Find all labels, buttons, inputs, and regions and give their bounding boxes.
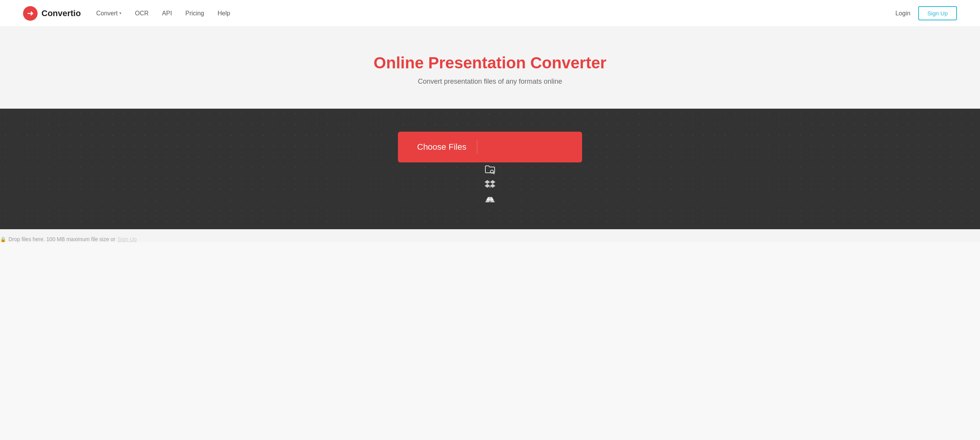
- drop-info-text: Drop files here. 100 MB maximum file siz…: [8, 236, 115, 242]
- drop-signup-link[interactable]: Sign Up: [118, 236, 137, 242]
- logo-text: Convertio: [41, 8, 81, 18]
- hero-subtitle: Convert presentation files of any format…: [0, 78, 980, 86]
- google-drive-button[interactable]: [483, 192, 497, 206]
- upload-icons: [477, 140, 477, 154]
- signup-button[interactable]: Sign Up: [918, 6, 957, 20]
- browse-files-button[interactable]: [483, 162, 497, 177]
- hero-section: Online Presentation Converter Convert pr…: [0, 27, 980, 242]
- header: Convertio Convert ▾ OCR API Pricing Help…: [0, 0, 980, 27]
- drop-info: 🔒 Drop files here. 100 MB maximum file s…: [0, 236, 980, 242]
- nav-item-ocr[interactable]: OCR: [135, 10, 149, 17]
- header-right: Login Sign Up: [895, 6, 957, 20]
- login-button[interactable]: Login: [895, 10, 910, 17]
- upload-section: Choose Files: [0, 109, 980, 229]
- folder-search-icon: [484, 164, 496, 175]
- hero-title: Online Presentation Converter: [0, 54, 980, 72]
- svg-point-4: [490, 187, 491, 188]
- nav-item-api[interactable]: API: [162, 10, 172, 17]
- choose-files-label: Choose Files: [417, 142, 466, 152]
- chevron-down-icon: ▾: [119, 11, 122, 16]
- main-nav: Convert ▾ OCR API Pricing Help: [96, 10, 230, 17]
- icon-divider: [477, 140, 477, 154]
- lock-icon: 🔒: [0, 237, 6, 242]
- nav-item-pricing[interactable]: Pricing: [185, 10, 204, 17]
- header-left: Convertio Convert ▾ OCR API Pricing Help: [23, 6, 230, 21]
- logo[interactable]: Convertio: [23, 6, 81, 21]
- nav-item-convert[interactable]: Convert ▾: [96, 10, 122, 17]
- nav-item-help[interactable]: Help: [218, 10, 230, 17]
- dropbox-button[interactable]: [483, 177, 497, 192]
- logo-icon: [23, 6, 38, 21]
- dropbox-icon: [484, 179, 496, 190]
- google-drive-icon: [484, 193, 496, 205]
- choose-files-button[interactable]: Choose Files: [398, 132, 582, 162]
